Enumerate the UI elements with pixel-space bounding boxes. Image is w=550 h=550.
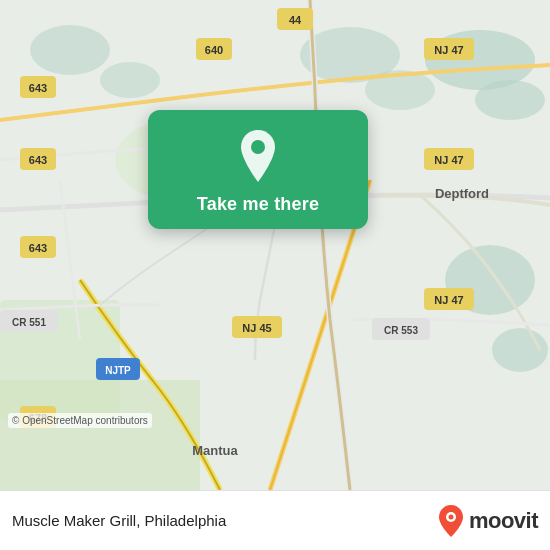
svg-point-5 xyxy=(30,25,110,75)
svg-point-42 xyxy=(251,140,265,154)
moovit-logo: moovit xyxy=(437,504,538,538)
svg-text:NJTP: NJTP xyxy=(105,365,131,376)
svg-text:NJ 47: NJ 47 xyxy=(434,154,463,166)
popup-card: Take me there xyxy=(148,110,368,229)
svg-text:CR 551: CR 551 xyxy=(12,317,46,328)
svg-text:NJ 47: NJ 47 xyxy=(434,294,463,306)
svg-text:NJ 47: NJ 47 xyxy=(434,44,463,56)
svg-text:44: 44 xyxy=(289,14,302,26)
location-pin-icon xyxy=(235,128,281,184)
svg-point-44 xyxy=(448,514,453,519)
svg-text:CR 553: CR 553 xyxy=(384,325,418,336)
svg-text:Deptford: Deptford xyxy=(435,186,489,201)
svg-text:643: 643 xyxy=(29,154,47,166)
bottom-bar: Muscle Maker Grill, Philadelphia moovit xyxy=(0,490,550,550)
svg-point-6 xyxy=(100,62,160,98)
svg-text:NJ 45: NJ 45 xyxy=(242,322,271,334)
svg-text:640: 640 xyxy=(205,44,223,56)
svg-point-2 xyxy=(475,80,545,120)
svg-rect-10 xyxy=(0,380,200,490)
moovit-pin-icon xyxy=(437,504,465,538)
take-me-there-button[interactable]: Take me there xyxy=(197,194,319,215)
location-text: Muscle Maker Grill, Philadelphia xyxy=(12,512,437,529)
svg-text:643: 643 xyxy=(29,82,47,94)
copyright-text: © OpenStreetMap contributors xyxy=(8,413,152,428)
svg-text:Mantua: Mantua xyxy=(192,443,238,458)
map-container: 643 643 643 640 44 NJ 47 NJ 47 NJ 47 NJ … xyxy=(0,0,550,490)
moovit-wordmark: moovit xyxy=(469,508,538,534)
svg-text:643: 643 xyxy=(29,242,47,254)
